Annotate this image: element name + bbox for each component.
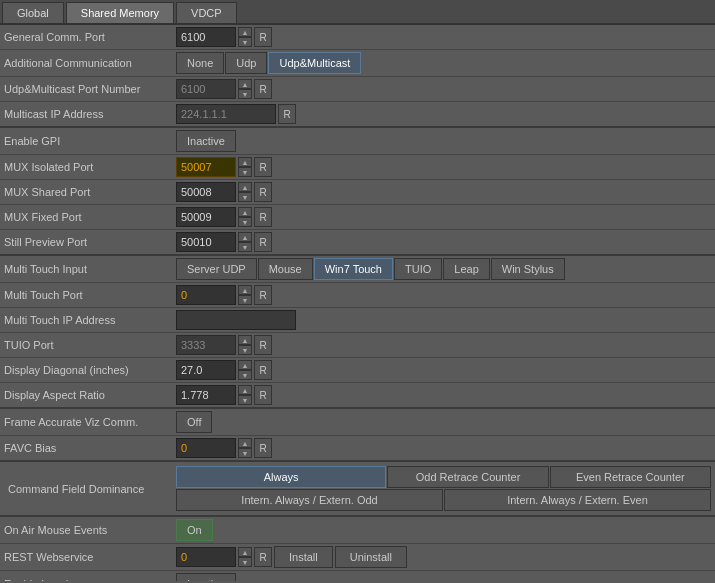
display-aspect-reset[interactable]: R <box>254 385 272 405</box>
multi-touch-port-down[interactable]: ▼ <box>238 295 252 305</box>
uninstall-btn[interactable]: Uninstall <box>335 546 407 568</box>
multi-touch-port-spinner: ▲ ▼ <box>238 285 252 305</box>
general-comm-port-input[interactable] <box>176 27 236 47</box>
on-air-mouse-label: On Air Mouse Events <box>4 524 176 536</box>
mux-shared-up[interactable]: ▲ <box>238 182 252 192</box>
general-comm-port-spinner: ▲ ▼ <box>238 27 252 47</box>
udp-port-down[interactable]: ▼ <box>238 89 252 99</box>
multi-touch-port-input[interactable] <box>176 285 236 305</box>
mux-isolated-input[interactable] <box>176 157 236 177</box>
multi-touch-btn-group: Server UDP Mouse Win7 Touch TUIO Leap Wi… <box>176 258 565 280</box>
mux-isolated-spinner: ▲ ▼ <box>238 157 252 177</box>
enable-logging-btn[interactable]: Inactive <box>176 573 236 581</box>
favc-bias-input[interactable] <box>176 438 236 458</box>
multi-touch-port-up[interactable]: ▲ <box>238 285 252 295</box>
enable-gpi-btn[interactable]: Inactive <box>176 130 236 152</box>
btn-none[interactable]: None <box>176 52 224 74</box>
mux-shared-input[interactable] <box>176 182 236 202</box>
display-diagonal-down[interactable]: ▼ <box>238 370 252 380</box>
mux-isolated-reset[interactable]: R <box>254 157 272 177</box>
install-btn[interactable]: Install <box>274 546 333 568</box>
mux-fixed-up[interactable]: ▲ <box>238 207 252 217</box>
tuio-port-down[interactable]: ▼ <box>238 345 252 355</box>
still-preview-input[interactable] <box>176 232 236 252</box>
still-preview-row: Still Preview Port ▲ ▼ R <box>0 230 715 256</box>
tuio-port-reset[interactable]: R <box>254 335 272 355</box>
mux-isolated-down[interactable]: ▼ <box>238 167 252 177</box>
btn-leap[interactable]: Leap <box>443 258 489 280</box>
display-diagonal-reset[interactable]: R <box>254 360 272 380</box>
udp-port-reset[interactable]: R <box>254 79 272 99</box>
btn-win-stylus[interactable]: Win Stylus <box>491 258 565 280</box>
mux-shared-spinner: ▲ ▼ <box>238 182 252 202</box>
still-preview-up[interactable]: ▲ <box>238 232 252 242</box>
multi-touch-ip-row: Multi Touch IP Address <box>0 308 715 333</box>
rest-webservice-reset[interactable]: R <box>254 547 272 567</box>
mux-fixed-reset[interactable]: R <box>254 207 272 227</box>
rest-webservice-down[interactable]: ▼ <box>238 557 252 567</box>
cmd-field-controls: Always Odd Retrace Counter Even Retrace … <box>176 464 711 513</box>
btn-win7-touch[interactable]: Win7 Touch <box>314 258 393 280</box>
general-comm-port-reset[interactable]: R <box>254 27 272 47</box>
general-comm-port-down[interactable]: ▼ <box>238 37 252 47</box>
udp-port-up[interactable]: ▲ <box>238 79 252 89</box>
tuio-port-up[interactable]: ▲ <box>238 335 252 345</box>
multi-touch-port-reset[interactable]: R <box>254 285 272 305</box>
rest-webservice-up[interactable]: ▲ <box>238 547 252 557</box>
display-diagonal-input[interactable] <box>176 360 236 380</box>
mux-fixed-input[interactable] <box>176 207 236 227</box>
display-diagonal-label: Display Diagonal (inches) <box>4 364 176 376</box>
cmd-btn-even-retrace[interactable]: Even Retrace Counter <box>550 466 711 488</box>
main-content: General Comm. Port ▲ ▼ R Additional Comm… <box>0 25 715 581</box>
cmd-btn-intern-always-odd[interactable]: Intern. Always / Extern. Odd <box>176 489 443 511</box>
mux-shared-reset[interactable]: R <box>254 182 272 202</box>
mux-isolated-up[interactable]: ▲ <box>238 157 252 167</box>
multicast-ip-controls: 224.1.1.1 R <box>176 104 711 124</box>
tab-vdcp[interactable]: VDCP <box>176 2 237 23</box>
favc-bias-down[interactable]: ▼ <box>238 448 252 458</box>
enable-gpi-row: Enable GPI Inactive <box>0 128 715 155</box>
rest-webservice-controls: ▲ ▼ R Install Uninstall <box>176 546 711 568</box>
multi-touch-ip-input[interactable] <box>176 310 296 330</box>
display-diagonal-up[interactable]: ▲ <box>238 360 252 370</box>
frame-accurate-btn[interactable]: Off <box>176 411 212 433</box>
mux-shared-down[interactable]: ▼ <box>238 192 252 202</box>
enable-logging-label: Enable Logging <box>4 578 176 581</box>
mux-isolated-controls: ▲ ▼ R <box>176 157 711 177</box>
tuio-port-spinner: ▲ ▼ <box>238 335 252 355</box>
still-preview-label: Still Preview Port <box>4 236 176 248</box>
favc-bias-reset[interactable]: R <box>254 438 272 458</box>
frame-accurate-row: Frame Accurate Viz Comm. Off <box>0 409 715 436</box>
favc-bias-controls: ▲ ▼ R <box>176 438 711 458</box>
mux-fixed-down[interactable]: ▼ <box>238 217 252 227</box>
btn-udp-multicast[interactable]: Udp&Multicast <box>268 52 361 74</box>
on-air-mouse-row: On Air Mouse Events On <box>0 517 715 544</box>
cmd-btn-always[interactable]: Always <box>176 466 386 488</box>
tab-shared-memory[interactable]: Shared Memory <box>66 2 174 23</box>
cmd-btn-intern-always-even[interactable]: Intern. Always / Extern. Even <box>444 489 711 511</box>
cmd-field-label: Command Field Dominance <box>4 464 176 513</box>
btn-server-udp[interactable]: Server UDP <box>176 258 257 280</box>
still-preview-reset[interactable]: R <box>254 232 272 252</box>
tuio-port-input[interactable] <box>176 335 236 355</box>
additional-comm-btn-group: None Udp Udp&Multicast <box>176 52 361 74</box>
tab-global[interactable]: Global <box>2 2 64 23</box>
cmd-btn-odd-retrace[interactable]: Odd Retrace Counter <box>387 466 548 488</box>
still-preview-down[interactable]: ▼ <box>238 242 252 252</box>
multicast-ip-row: Multicast IP Address 224.1.1.1 R <box>0 102 715 128</box>
udp-port-input[interactable] <box>176 79 236 99</box>
favc-bias-up[interactable]: ▲ <box>238 438 252 448</box>
btn-udp[interactable]: Udp <box>225 52 267 74</box>
display-aspect-down[interactable]: ▼ <box>238 395 252 405</box>
mux-fixed-controls: ▲ ▼ R <box>176 207 711 227</box>
display-aspect-input[interactable] <box>176 385 236 405</box>
scroll-area[interactable]: General Comm. Port ▲ ▼ R Additional Comm… <box>0 25 715 581</box>
on-air-mouse-btn[interactable]: On <box>176 519 213 541</box>
multicast-ip-reset[interactable]: R <box>278 104 296 124</box>
general-comm-port-up[interactable]: ▲ <box>238 27 252 37</box>
rest-webservice-input[interactable] <box>176 547 236 567</box>
btn-tuio[interactable]: TUIO <box>394 258 442 280</box>
display-aspect-up[interactable]: ▲ <box>238 385 252 395</box>
on-air-mouse-controls: On <box>176 519 711 541</box>
btn-mouse[interactable]: Mouse <box>258 258 313 280</box>
